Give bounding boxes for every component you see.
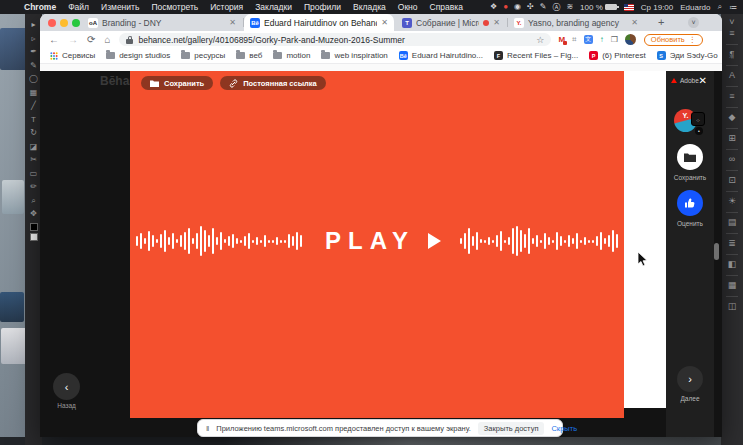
pen-icon[interactable]: ✎ xyxy=(540,2,547,13)
tool-icon-7[interactable]: T xyxy=(31,113,36,127)
close-overlay-button[interactable]: ✕ xyxy=(699,75,707,86)
minimize-window-button[interactable] xyxy=(60,19,68,27)
bookmark-item-4[interactable]: motion xyxy=(273,51,310,60)
tab-close-button[interactable]: ✕ xyxy=(631,18,638,27)
bookmark-item-0[interactable]: Сервисы xyxy=(50,51,95,60)
project-owner-avatars[interactable]: Y. ⁘ • xyxy=(674,109,708,137)
bookmark-item-9[interactable]: SЭди Sэdy-Go xyxy=(657,51,718,60)
tool-icon-3[interactable]: ✎ xyxy=(30,59,37,73)
forward-button[interactable]: → xyxy=(68,34,78,45)
panel-icon-7[interactable]: ☀ xyxy=(728,196,736,207)
tool-icon-12[interactable]: ✏ xyxy=(30,180,37,194)
panel-icon-12[interactable]: ◫ xyxy=(728,301,737,312)
page-scrollbar-thumb[interactable] xyxy=(714,243,719,260)
bookmark-item-8[interactable]: P(6) Pinterest xyxy=(589,51,646,60)
wifi-icon[interactable]: ≋ xyxy=(566,2,573,13)
panel-top-icon-1[interactable]: ≡ xyxy=(729,28,734,39)
browser-tab-1[interactable]: BēEduard Hairutdinov on Behanc✕ xyxy=(244,14,394,31)
reload-button[interactable]: ⟳ xyxy=(87,34,95,45)
menubar-user[interactable]: Eduardo xyxy=(680,3,710,12)
tool-icon-10[interactable]: ✂ xyxy=(30,153,37,167)
tool-icon-6[interactable]: ╱ xyxy=(31,99,36,113)
address-bar[interactable]: behance.net/gallery/40106895/Gorky-Park-… xyxy=(119,33,551,46)
menubar-item-5[interactable]: Профили xyxy=(298,2,347,12)
panel-icon-4[interactable]: ⊞ xyxy=(728,133,736,144)
control-center-icon[interactable]: ≔ xyxy=(729,3,737,12)
close-window-button[interactable] xyxy=(48,19,56,27)
browser-tab-2[interactable]: TСобрание | Microsoft Tea✕ xyxy=(396,14,506,31)
appreciate-button[interactable] xyxy=(677,190,703,216)
panel-icon-9[interactable]: ≣ xyxy=(728,238,736,249)
dropbox-icon[interactable]: ❖ xyxy=(490,2,497,13)
url-text[interactable]: behance.net/gallery/40106895/Gorky-Park-… xyxy=(138,35,531,45)
menubar-item-6[interactable]: Вкладка xyxy=(347,2,392,12)
uploader-extension-icon[interactable]: ↑ xyxy=(600,35,604,44)
tool-icon-2[interactable]: ✒ xyxy=(30,45,37,59)
panel-icon-8[interactable]: ▤ xyxy=(728,217,737,228)
update-more-icon[interactable]: ⋮ xyxy=(689,35,697,44)
menubar-item-2[interactable]: Посмотреть xyxy=(145,2,204,12)
play-triangle-icon[interactable] xyxy=(428,233,441,249)
menubar-app-name[interactable]: Chrome xyxy=(18,2,62,12)
new-tab-button[interactable]: + xyxy=(658,16,664,28)
tool-icon-13[interactable]: ⌕ xyxy=(31,194,35,208)
panel-icon-5[interactable]: ∞ xyxy=(729,154,735,165)
menubar-item-7[interactable]: Окно xyxy=(392,2,424,12)
play-label[interactable]: PLAY xyxy=(325,227,415,255)
project-cover-image[interactable]: Сохранить Постоянная ссылка PLAY xyxy=(130,71,624,418)
chrome-profile-avatar[interactable] xyxy=(625,34,636,45)
panel-icon-2[interactable]: ≡ xyxy=(729,91,734,102)
bookmark-item-3[interactable]: веб xyxy=(236,51,262,60)
bookmark-item-1[interactable]: design studios xyxy=(106,51,170,60)
home-button[interactable]: ⌂ xyxy=(104,34,110,45)
screenshot-extension-icon[interactable]: ⌗ xyxy=(572,35,577,45)
menubar-item-1[interactable]: Изменить xyxy=(95,2,145,12)
save-pill-button[interactable]: Сохранить xyxy=(141,76,213,90)
input-language-flag-icon[interactable] xyxy=(624,4,634,11)
recording-badge-icon[interactable]: ● xyxy=(503,2,508,13)
fill-swatch[interactable] xyxy=(30,223,38,231)
tool-icon-5[interactable]: ▦ xyxy=(30,86,38,100)
tool-icon-1[interactable]: ▹ xyxy=(31,32,35,46)
menubar-item-8[interactable]: Справка xyxy=(424,2,469,12)
panel-icon-6[interactable]: ⊡ xyxy=(728,175,736,186)
permalink-pill-button[interactable]: Постоянная ссылка xyxy=(220,76,326,90)
update-button[interactable]: Обновить ⋮ xyxy=(644,34,703,46)
stroke-swatch[interactable] xyxy=(30,233,38,241)
tab-close-button[interactable]: ✕ xyxy=(229,18,236,27)
bookmark-star-icon[interactable]: ☆ xyxy=(536,35,544,45)
translate-extension-icon[interactable]: 文 xyxy=(584,35,593,44)
hide-notification-button[interactable]: Скрыть xyxy=(551,424,577,433)
extensions-puzzle-icon[interactable]: ❒ xyxy=(611,35,618,44)
bookmark-item-6[interactable]: BēEduard Hairutdino... xyxy=(399,51,483,60)
spotlight-search-icon[interactable]: ⌕ xyxy=(718,2,722,12)
panel-icon-10[interactable]: ◧ xyxy=(728,259,737,270)
menubar-item-4[interactable]: Закладки xyxy=(249,2,298,12)
panel-top-icon-0[interactable]: ˅ xyxy=(729,17,734,28)
keychain-icon[interactable]: Ⓐ xyxy=(552,2,560,13)
menubar-item-0[interactable]: Файл xyxy=(62,2,95,12)
camera-icon[interactable]: ◉ xyxy=(514,2,521,13)
bookmark-item-7[interactable]: FRecent Files – Fig... xyxy=(494,51,578,60)
tab-search-button[interactable]: ˅ xyxy=(688,17,699,28)
next-project-button[interactable]: › xyxy=(677,366,703,392)
tool-icon-8[interactable]: ↻ xyxy=(30,126,37,140)
tool-icon-0[interactable]: ▸ xyxy=(31,18,35,32)
menubar-item-3[interactable]: История xyxy=(204,2,249,12)
bookmark-item-5[interactable]: web inspiration xyxy=(321,51,387,60)
zoom-window-button[interactable] xyxy=(72,19,80,27)
browser-tab-3[interactable]: Y.Yasno, branding agency✕ xyxy=(508,14,644,31)
previous-project-button[interactable]: ‹ xyxy=(53,373,80,400)
co-owner-avatar[interactable]: ⁘ xyxy=(691,112,705,126)
app-icon[interactable]: ✣ xyxy=(527,2,534,13)
back-button[interactable]: ← xyxy=(49,34,59,45)
panel-icon-11[interactable]: ▦ xyxy=(728,280,737,291)
tab-close-button[interactable]: ✕ xyxy=(381,18,388,27)
tool-icon-11[interactable]: ▭ xyxy=(30,167,38,181)
bookmark-item-2[interactable]: ресурсы xyxy=(181,51,225,60)
stop-sharing-button[interactable]: Закрыть доступ xyxy=(478,422,545,435)
tool-icon-14[interactable]: ✥ xyxy=(30,207,37,221)
panel-icon-3[interactable]: ◆ xyxy=(729,112,736,123)
gmail-extension-icon[interactable]: M xyxy=(558,35,565,44)
browser-tab-0[interactable]: oABranding - DNY✕ xyxy=(82,14,242,31)
